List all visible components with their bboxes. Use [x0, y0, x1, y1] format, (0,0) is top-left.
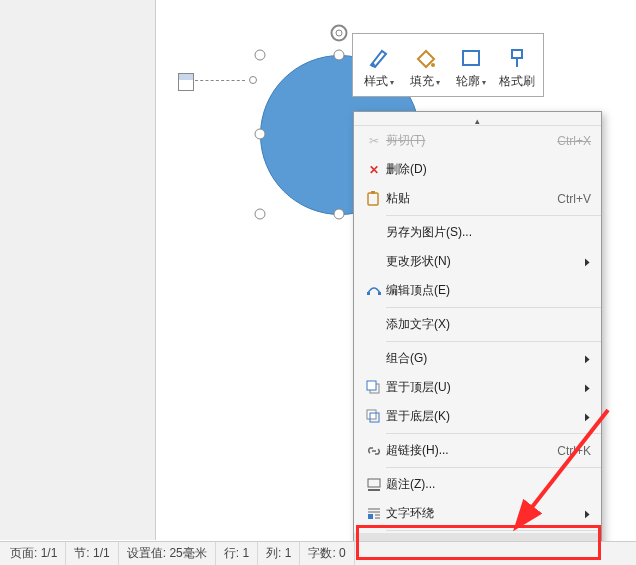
- anchor-dot: [249, 76, 257, 84]
- menu-separator: [386, 467, 601, 468]
- outline-label: 轮廓: [456, 74, 480, 88]
- svg-rect-6: [371, 191, 375, 194]
- brush-icon: [368, 47, 390, 69]
- status-col[interactable]: 列: 1: [258, 542, 300, 565]
- menu-separator: [386, 433, 601, 434]
- rotate-handle[interactable]: [331, 25, 348, 42]
- menu-item-bring-to-front[interactable]: 置于顶层(U) ▶: [354, 373, 601, 402]
- format-painter-button[interactable]: 格式刷: [495, 37, 539, 93]
- left-panel: [0, 0, 156, 540]
- scissors-icon: ✂: [369, 134, 379, 148]
- submenu-arrow-icon: ▶: [585, 353, 590, 364]
- link-icon: [366, 443, 382, 459]
- submenu-arrow-icon: ▶: [585, 411, 590, 422]
- resize-handle-s[interactable]: [334, 209, 345, 220]
- submenu-arrow-icon: ▶: [585, 382, 590, 393]
- svg-point-1: [431, 63, 435, 67]
- menu-item-paste[interactable]: 粘贴 Ctrl+V: [354, 184, 601, 213]
- textwrap-icon: [366, 506, 382, 522]
- floating-toolbar: 样式▾ 填充▾ 轮廓▾ 格式刷: [352, 33, 544, 97]
- style-label: 样式: [364, 74, 388, 88]
- menu-item-text-wrap[interactable]: 文字环绕 ▶: [354, 499, 601, 528]
- svg-rect-3: [512, 50, 522, 58]
- svg-rect-8: [378, 292, 381, 295]
- menu-item-caption[interactable]: 题注(Z)...: [354, 470, 601, 499]
- clipboard-icon: [366, 191, 382, 207]
- resize-handle-sw[interactable]: [255, 209, 266, 220]
- bring-front-icon: [366, 380, 382, 396]
- resize-handle-w[interactable]: [255, 129, 266, 140]
- svg-rect-17: [368, 514, 373, 519]
- format-painter-icon: [506, 47, 528, 69]
- svg-rect-2: [463, 51, 479, 65]
- menu-item-send-to-back[interactable]: 置于底层(K) ▶: [354, 402, 601, 431]
- fill-label: 填充: [410, 74, 434, 88]
- anchor-line: [195, 80, 245, 81]
- menu-item-add-text[interactable]: 添加文字(X): [354, 310, 601, 339]
- menu-separator: [386, 530, 601, 531]
- menu-separator: [386, 341, 601, 342]
- menu-item-change-shape[interactable]: 更改形状(N) ▶: [354, 247, 601, 276]
- status-section[interactable]: 节: 1/1: [66, 542, 118, 565]
- resize-handle-nw[interactable]: [255, 50, 266, 61]
- menu-item-delete[interactable]: ✕ 删除(D): [354, 155, 601, 184]
- svg-rect-7: [367, 292, 370, 295]
- menu-item-group[interactable]: 组合(G) ▶: [354, 344, 601, 373]
- svg-rect-11: [367, 410, 376, 419]
- menu-item-save-as-picture[interactable]: 另存为图片(S)...: [354, 218, 601, 247]
- edit-points-icon: [366, 283, 382, 299]
- svg-rect-13: [368, 479, 380, 487]
- svg-point-0: [371, 63, 375, 67]
- menu-item-cut: ✂ 剪切(T) Ctrl+X: [354, 126, 601, 155]
- outline-button[interactable]: 轮廓▾: [449, 37, 493, 93]
- svg-rect-10: [367, 381, 376, 390]
- status-bar: 页面: 1/1 节: 1/1 设置值: 25毫米 行: 1 列: 1 字数: 0: [0, 541, 636, 565]
- status-page[interactable]: 页面: 1/1: [2, 542, 66, 565]
- context-menu: ▴ ✂ 剪切(T) Ctrl+X ✕ 删除(D) 粘贴 Ctrl+V 另存为图片…: [353, 111, 602, 565]
- fill-button[interactable]: 填充▾: [403, 37, 447, 93]
- status-line[interactable]: 行: 1: [216, 542, 258, 565]
- delete-icon: ✕: [369, 163, 379, 177]
- menu-separator: [386, 215, 601, 216]
- bucket-icon: [414, 47, 436, 69]
- outline-icon: [460, 47, 482, 69]
- menu-item-edit-points[interactable]: 编辑顶点(E): [354, 276, 601, 305]
- menu-separator: [386, 307, 601, 308]
- svg-rect-5: [368, 193, 378, 205]
- anchor-icon: [178, 73, 194, 91]
- resize-handle-n[interactable]: [334, 50, 345, 61]
- status-setting[interactable]: 设置值: 25毫米: [119, 542, 216, 565]
- submenu-arrow-icon: ▶: [585, 508, 590, 519]
- style-button[interactable]: 样式▾: [357, 37, 401, 93]
- format-painter-label: 格式刷: [499, 73, 535, 90]
- send-back-icon: [366, 409, 382, 425]
- context-menu-scroll-up[interactable]: ▴: [354, 116, 601, 126]
- menu-item-hyperlink[interactable]: 超链接(H)... Ctrl+K: [354, 436, 601, 465]
- caption-icon: [366, 477, 382, 493]
- status-words[interactable]: 字数: 0: [300, 542, 354, 565]
- submenu-arrow-icon: ▶: [585, 256, 590, 267]
